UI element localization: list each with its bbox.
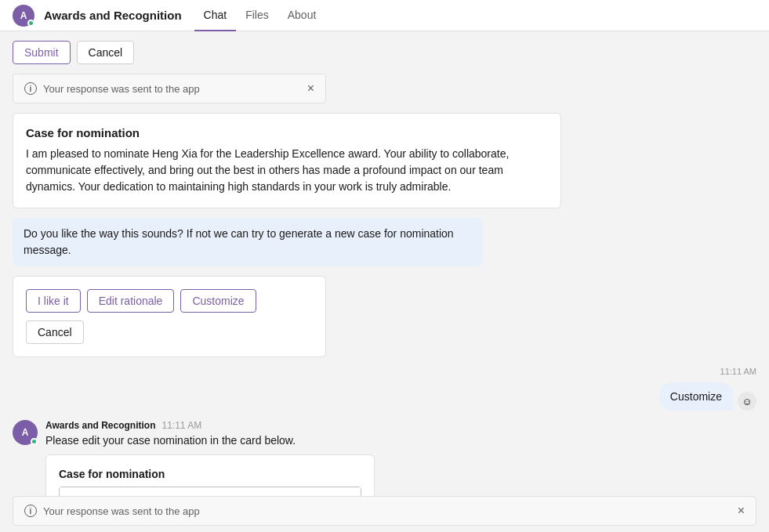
action-row-1: I like it Edit rationale Customize — [26, 289, 313, 313]
edit-rationale-button[interactable]: Edit rationale — [87, 289, 175, 313]
like-button[interactable]: I like it — [26, 289, 81, 313]
bot-message-time: 11:11 AM — [161, 420, 201, 431]
bottom-banner-close[interactable]: × — [738, 505, 745, 517]
bot-status-dot — [31, 438, 38, 445]
user-message-area: 11:11 AM Customize ☺ — [13, 367, 756, 411]
tab-files[interactable]: Files — [236, 0, 278, 31]
edit-card-title: Case for nomination — [59, 468, 361, 480]
user-bubble-time: 11:11 AM — [720, 367, 756, 376]
bot-content: Awards and Recognition 11:11 AM Please e… — [45, 420, 756, 496]
emoji-reaction: ☺ — [738, 392, 756, 411]
bottom-banner-text: Your response was sent to the app — [43, 505, 200, 517]
info-icon-2: i — [24, 505, 37, 517]
edit-textarea[interactable]: communicate effectively, and bring out t… — [59, 487, 361, 496]
top-cancel-button[interactable]: Cancel — [77, 41, 135, 64]
customize-button[interactable]: Customize — [180, 289, 256, 313]
header-nav: Chat Files About — [194, 0, 326, 31]
bot-avatar: A — [13, 420, 38, 445]
tab-about[interactable]: About — [278, 0, 326, 31]
status-dot — [27, 20, 34, 27]
bot-message-row: A Awards and Recognition 11:11 AM Please… — [13, 420, 756, 496]
user-bubble: Customize — [659, 382, 733, 411]
action-cancel-button[interactable]: Cancel — [26, 320, 84, 344]
bot-meta: Awards and Recognition 11:11 AM — [45, 420, 756, 431]
info-banner-1: i Your response was sent to the app × — [13, 74, 326, 103]
app-header: A Awards and Recognition Chat Files Abou… — [0, 0, 769, 31]
chat-area: Submit Cancel i Your response was sent t… — [0, 31, 769, 496]
info-icon-1: i — [24, 82, 37, 95]
case-nomination-card: Case for nomination I am pleased to nomi… — [13, 113, 561, 208]
action-row-2: Cancel — [26, 320, 313, 344]
action-buttons-card: I like it Edit rationale Customize Cance… — [13, 276, 326, 357]
app-title: Awards and Recognition — [44, 9, 182, 22]
edit-card: Case for nomination communicate effectiv… — [45, 454, 375, 496]
bot-sender-name: Awards and Recognition — [45, 420, 155, 431]
case-card-title: Case for nomination — [26, 126, 548, 139]
info-banner-1-text: Your response was sent to the app — [43, 83, 200, 95]
user-bubble-row: Customize ☺ — [659, 382, 756, 411]
tab-chat[interactable]: Chat — [194, 0, 237, 31]
bot-message-text: Please edit your case nomination in the … — [45, 434, 756, 447]
case-card-text: I am pleased to nominate Heng Xia for th… — [26, 146, 548, 195]
app-avatar: A — [13, 5, 34, 27]
question-bubble: Do you like the way this sounds? If not … — [13, 218, 483, 266]
info-banner-1-close[interactable]: × — [307, 82, 314, 95]
top-submit-button[interactable]: Submit — [13, 41, 71, 64]
top-action-row: Submit Cancel — [13, 41, 756, 64]
bottom-info-banner: i Your response was sent to the app × — [13, 496, 756, 526]
